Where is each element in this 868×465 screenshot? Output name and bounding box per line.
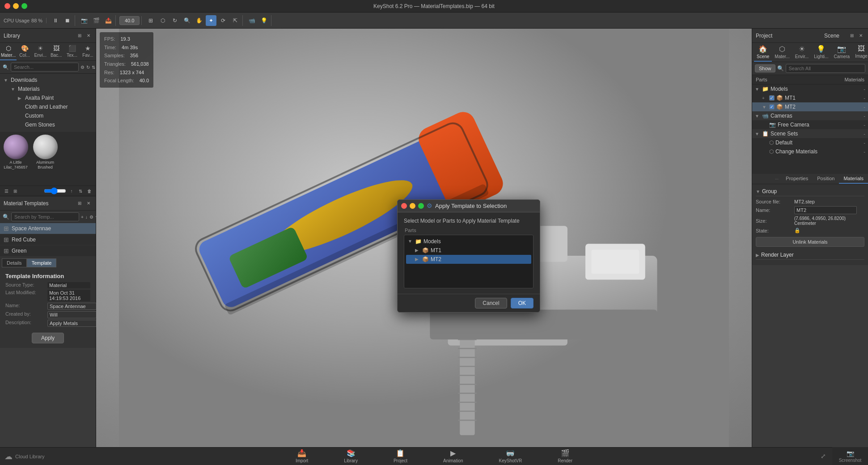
mt1-checkbox[interactable]: ✓ — [769, 95, 775, 101]
minimize-button[interactable] — [13, 3, 19, 9]
template-search-input[interactable] — [11, 212, 79, 221]
tree-item-downloads[interactable]: ▼ Downloads — [0, 76, 96, 85]
name-prop-input[interactable] — [794, 206, 857, 214]
props-tab-position[interactable]: Position — [813, 174, 839, 184]
screenshot-toolbar-button[interactable]: 📷 — [79, 15, 89, 26]
pt-free-camera[interactable]: ▶ 📷 Free Camera - — [752, 120, 868, 129]
screenshot-button[interactable]: 📷 Screenshot — [832, 447, 868, 465]
add-mat-button[interactable]: ↑ — [68, 187, 75, 194]
right-tab-environment[interactable]: ☀ Envir... — [792, 43, 812, 62]
tree-item-axalta[interactable]: ▶ Axalta Paint — [14, 93, 96, 102]
bottom-tab-animation[interactable]: ▶ Animation — [425, 447, 481, 465]
library-refresh-button[interactable]: ↻ — [86, 63, 90, 71]
rotate-button[interactable]: ⟳ — [218, 15, 229, 26]
move-button[interactable]: ✦ — [206, 15, 216, 26]
right-tab-scene[interactable]: 🏠 Scene — [754, 43, 772, 62]
modal-min-button[interactable] — [410, 203, 415, 209]
tree-item-cloth[interactable]: ▶ Cloth and Leather — [14, 102, 96, 111]
mat-thumb-lilac[interactable]: A Little Lilac_745657 — [2, 134, 30, 184]
maximize-button[interactable] — [21, 3, 27, 9]
bottom-tab-project[interactable]: 📋 Project — [376, 447, 425, 465]
bottom-tab-library[interactable]: 📚 Library — [326, 447, 376, 465]
light-mode-button[interactable]: 💡 — [258, 15, 269, 26]
pt-mt2[interactable]: ▼ ✓ 📦 MT2 - — [752, 102, 868, 111]
group-section-header[interactable]: ▼ Group — [756, 187, 864, 196]
fullscreen-button[interactable]: ⤢ — [814, 447, 832, 465]
right-panel-close-button[interactable]: ✕ — [857, 32, 864, 39]
tab-materials[interactable]: ⬡ Mater... — [0, 43, 17, 60]
right-tab-image[interactable]: 🖼 Image — [852, 43, 868, 62]
library-close-button[interactable]: ✕ — [85, 32, 92, 39]
show-button[interactable]: Show — [755, 64, 775, 72]
template-import-button[interactable]: ↓ — [85, 213, 88, 220]
tab-backgrounds[interactable]: 🖼 Bac... — [48, 43, 64, 60]
modal-close-button[interactable] — [401, 203, 407, 209]
zoom-button[interactable]: 🔍 — [182, 15, 192, 26]
size-slider[interactable] — [44, 187, 66, 194]
pt-mt1[interactable]: + ✓ 📦 MT1 - — [752, 93, 868, 102]
tab-favorites[interactable]: ★ Fav... — [80, 43, 96, 60]
library-sort-button[interactable]: ⇅ — [92, 63, 95, 71]
tab-details[interactable]: Details — [2, 258, 27, 267]
apply-button[interactable]: Apply — [32, 333, 64, 343]
template-item-red-cube[interactable]: ⊞ Red Cube — [0, 234, 96, 245]
tab-environments[interactable]: ☀ Envi... — [33, 43, 48, 60]
pause-button[interactable]: ⏸ — [50, 15, 61, 26]
camera-mode-button[interactable]: 📹 — [246, 15, 257, 26]
orbit-button[interactable]: ↻ — [169, 15, 180, 26]
bottom-tab-import[interactable]: 📥 Import — [278, 447, 326, 465]
viewport[interactable]: FPS: 19.3 Time: 4m 39s Samples: 356 Tria… — [96, 29, 752, 447]
fps-input[interactable] — [119, 16, 140, 25]
modal-cancel-button[interactable]: Cancel — [475, 298, 507, 309]
mat-thumb-aluminum[interactable]: Aluminum Brushed — [31, 134, 59, 184]
template-add-button[interactable]: + — [81, 213, 84, 220]
right-tab-materials[interactable]: ⬡ Mater... — [772, 43, 792, 62]
library-settings-button[interactable]: ⚙ — [80, 63, 85, 71]
modal-tree-models[interactable]: ▼ 📁 Models — [406, 237, 531, 246]
unlink-materials-button[interactable]: Unlink Materials — [756, 237, 864, 247]
library-expand-button[interactable]: ⊞ — [76, 32, 83, 39]
mat-templates-expand-button[interactable]: ⊞ — [76, 200, 83, 207]
modal-ok-button[interactable]: OK — [511, 298, 534, 309]
tree-item-custom[interactable]: ▶ Custom — [14, 111, 96, 120]
bottom-tab-render[interactable]: 🎬 Render — [540, 447, 590, 465]
pt-cameras[interactable]: ▼ 📹 Cameras - — [752, 111, 868, 120]
tab-template[interactable]: Template — [27, 258, 57, 267]
modal-max-button[interactable] — [418, 203, 424, 209]
props-tab-materials[interactable]: Materials — [839, 174, 868, 184]
mat-templates-close-button[interactable]: ✕ — [85, 200, 92, 207]
mt2-checkbox[interactable]: ✓ — [769, 104, 775, 110]
render-layer-section-header[interactable]: ▶ Render Layer — [756, 250, 864, 260]
pt-models[interactable]: ▼ 📁 Models - — [752, 85, 868, 93]
perspective-button[interactable]: ⬡ — [157, 15, 168, 26]
right-tab-lighting[interactable]: 💡 Lighti... — [811, 43, 831, 62]
pt-default[interactable]: ▶ ⬡ Default - — [752, 138, 868, 147]
tab-textures[interactable]: ⬛ Tex... — [64, 43, 80, 60]
template-item-green[interactable]: ⊞ Green — [0, 245, 96, 257]
scale-button[interactable]: ⇱ — [230, 15, 241, 26]
modal-tree-mt1[interactable]: ▶ 📦 MT1 — [406, 246, 531, 255]
tree-item-gemstones[interactable]: ▶ Gem Stones — [14, 120, 96, 129]
sort-mat-button[interactable]: ⇅ — [77, 187, 84, 194]
pan-button[interactable]: ✋ — [194, 15, 204, 26]
right-search-input[interactable] — [786, 64, 865, 73]
right-tab-camera[interactable]: 📷 Camera — [831, 43, 853, 62]
template-settings-button[interactable]: ⚙ — [89, 213, 93, 220]
tree-item-materials[interactable]: ▼ Materials — [7, 85, 96, 93]
close-button[interactable] — [4, 3, 10, 9]
modal-tree-mt2[interactable]: ▶ 📦 MT2 — [406, 255, 531, 264]
props-tab-properties[interactable]: Properties — [781, 174, 813, 184]
export-button[interactable]: 📤 — [103, 15, 114, 26]
grid-view-button[interactable]: ⊞ — [145, 15, 156, 26]
template-item-space-antennae[interactable]: ⊞ Space Antennae — [0, 223, 96, 234]
bottom-tab-keyshotvr[interactable]: 🥽 KeyShotVR — [481, 447, 540, 465]
library-search-input[interactable] — [11, 63, 79, 72]
delete-mat-button[interactable]: 🗑 — [86, 187, 93, 194]
cloud-library[interactable]: ☁ Cloud Library — [4, 452, 44, 461]
right-panel-expand-button[interactable]: ⊞ — [848, 32, 855, 39]
stop-button[interactable]: ⏹ — [62, 15, 73, 26]
pt-change-materials[interactable]: ▶ ⬡ Change Materials - — [752, 147, 868, 156]
grid-list-button[interactable]: ☰ — [3, 187, 10, 194]
tab-colors[interactable]: 🎨 Col... — [17, 43, 32, 60]
pt-scene-sets[interactable]: ▼ 📋 Scene Sets - — [752, 129, 868, 138]
